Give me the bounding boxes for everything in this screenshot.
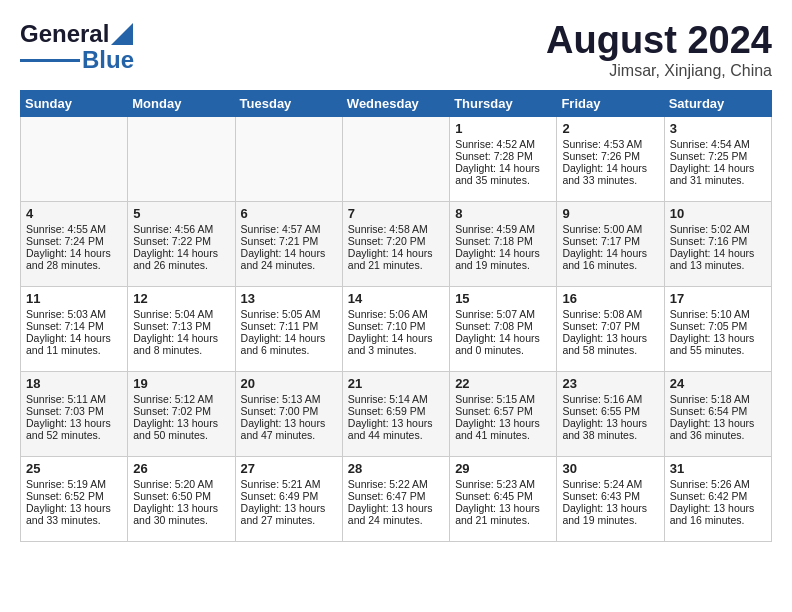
day-info: and 52 minutes.	[26, 429, 122, 441]
day-info: Sunset: 6:57 PM	[455, 405, 551, 417]
calendar-cell	[21, 116, 128, 201]
day-info: Sunrise: 5:06 AM	[348, 308, 444, 320]
day-info: Sunset: 6:59 PM	[348, 405, 444, 417]
day-info: Sunrise: 5:03 AM	[26, 308, 122, 320]
calendar-cell: 12Sunrise: 5:04 AMSunset: 7:13 PMDayligh…	[128, 286, 235, 371]
day-info: Daylight: 14 hours	[455, 332, 551, 344]
day-number: 31	[670, 461, 766, 476]
day-info: Daylight: 13 hours	[133, 417, 229, 429]
day-info: Sunrise: 5:24 AM	[562, 478, 658, 490]
day-info: and 47 minutes.	[241, 429, 337, 441]
header-wednesday: Wednesday	[342, 90, 449, 116]
day-info: Daylight: 14 hours	[26, 332, 122, 344]
calendar-cell: 2Sunrise: 4:53 AMSunset: 7:26 PMDaylight…	[557, 116, 664, 201]
day-info: Sunrise: 4:56 AM	[133, 223, 229, 235]
day-info: and 19 minutes.	[455, 259, 551, 271]
day-number: 28	[348, 461, 444, 476]
calendar-cell: 30Sunrise: 5:24 AMSunset: 6:43 PMDayligh…	[557, 456, 664, 541]
calendar-cell: 9Sunrise: 5:00 AMSunset: 7:17 PMDaylight…	[557, 201, 664, 286]
day-number: 21	[348, 376, 444, 391]
day-info: Sunrise: 5:08 AM	[562, 308, 658, 320]
day-info: Sunrise: 4:53 AM	[562, 138, 658, 150]
svg-marker-0	[111, 23, 133, 45]
day-info: and 24 minutes.	[241, 259, 337, 271]
day-info: Daylight: 14 hours	[348, 332, 444, 344]
title-block: August 2024 Jimsar, Xinjiang, China	[546, 20, 772, 80]
day-number: 5	[133, 206, 229, 221]
day-info: Sunrise: 5:19 AM	[26, 478, 122, 490]
logo-general: General	[20, 20, 109, 48]
calendar-cell: 28Sunrise: 5:22 AMSunset: 6:47 PMDayligh…	[342, 456, 449, 541]
day-number: 18	[26, 376, 122, 391]
day-info: Daylight: 13 hours	[670, 332, 766, 344]
day-info: Daylight: 14 hours	[26, 247, 122, 259]
week-row-3: 11Sunrise: 5:03 AMSunset: 7:14 PMDayligh…	[21, 286, 772, 371]
day-info: Sunrise: 5:15 AM	[455, 393, 551, 405]
day-number: 22	[455, 376, 551, 391]
calendar-cell: 21Sunrise: 5:14 AMSunset: 6:59 PMDayligh…	[342, 371, 449, 456]
day-info: Sunrise: 5:21 AM	[241, 478, 337, 490]
calendar-cell: 24Sunrise: 5:18 AMSunset: 6:54 PMDayligh…	[664, 371, 771, 456]
day-info: Sunrise: 5:14 AM	[348, 393, 444, 405]
header-saturday: Saturday	[664, 90, 771, 116]
calendar-cell: 6Sunrise: 4:57 AMSunset: 7:21 PMDaylight…	[235, 201, 342, 286]
day-info: Sunset: 7:24 PM	[26, 235, 122, 247]
day-info: Daylight: 13 hours	[562, 502, 658, 514]
day-number: 27	[241, 461, 337, 476]
calendar-cell: 1Sunrise: 4:52 AMSunset: 7:28 PMDaylight…	[450, 116, 557, 201]
day-info: Sunrise: 5:18 AM	[670, 393, 766, 405]
day-info: Sunset: 7:21 PM	[241, 235, 337, 247]
calendar-cell: 26Sunrise: 5:20 AMSunset: 6:50 PMDayligh…	[128, 456, 235, 541]
day-info: Daylight: 13 hours	[562, 417, 658, 429]
day-info: Sunrise: 4:58 AM	[348, 223, 444, 235]
day-info: Daylight: 13 hours	[241, 417, 337, 429]
day-number: 6	[241, 206, 337, 221]
day-info: Sunset: 6:54 PM	[670, 405, 766, 417]
day-number: 16	[562, 291, 658, 306]
day-info: Sunrise: 5:04 AM	[133, 308, 229, 320]
day-number: 26	[133, 461, 229, 476]
calendar-cell	[235, 116, 342, 201]
calendar-cell	[342, 116, 449, 201]
calendar-cell: 4Sunrise: 4:55 AMSunset: 7:24 PMDaylight…	[21, 201, 128, 286]
day-info: Sunrise: 4:59 AM	[455, 223, 551, 235]
day-number: 11	[26, 291, 122, 306]
calendar-cell: 25Sunrise: 5:19 AMSunset: 6:52 PMDayligh…	[21, 456, 128, 541]
day-number: 13	[241, 291, 337, 306]
day-info: and 33 minutes.	[562, 174, 658, 186]
day-number: 29	[455, 461, 551, 476]
logo: General Blue	[20, 20, 134, 74]
day-info: and 6 minutes.	[241, 344, 337, 356]
day-info: Daylight: 13 hours	[670, 502, 766, 514]
day-info: Sunset: 7:25 PM	[670, 150, 766, 162]
calendar-cell: 22Sunrise: 5:15 AMSunset: 6:57 PMDayligh…	[450, 371, 557, 456]
day-info: Sunset: 7:22 PM	[133, 235, 229, 247]
day-info: and 33 minutes.	[26, 514, 122, 526]
day-info: Sunrise: 5:13 AM	[241, 393, 337, 405]
calendar-cell: 17Sunrise: 5:10 AMSunset: 7:05 PMDayligh…	[664, 286, 771, 371]
day-info: Sunset: 7:14 PM	[26, 320, 122, 332]
day-info: Sunset: 7:02 PM	[133, 405, 229, 417]
day-info: and 11 minutes.	[26, 344, 122, 356]
day-info: and 35 minutes.	[455, 174, 551, 186]
day-number: 10	[670, 206, 766, 221]
day-info: Sunset: 7:20 PM	[348, 235, 444, 247]
day-number: 30	[562, 461, 658, 476]
week-row-4: 18Sunrise: 5:11 AMSunset: 7:03 PMDayligh…	[21, 371, 772, 456]
day-info: Sunset: 7:05 PM	[670, 320, 766, 332]
day-info: Sunset: 7:16 PM	[670, 235, 766, 247]
logo-icon	[111, 23, 133, 45]
day-info: and 0 minutes.	[455, 344, 551, 356]
day-info: Sunset: 6:42 PM	[670, 490, 766, 502]
header-tuesday: Tuesday	[235, 90, 342, 116]
day-info: Sunrise: 4:52 AM	[455, 138, 551, 150]
day-info: Sunset: 6:43 PM	[562, 490, 658, 502]
calendar-cell: 11Sunrise: 5:03 AMSunset: 7:14 PMDayligh…	[21, 286, 128, 371]
day-info: and 50 minutes.	[133, 429, 229, 441]
calendar-cell: 3Sunrise: 4:54 AMSunset: 7:25 PMDaylight…	[664, 116, 771, 201]
calendar-cell: 29Sunrise: 5:23 AMSunset: 6:45 PMDayligh…	[450, 456, 557, 541]
day-info: and 13 minutes.	[670, 259, 766, 271]
calendar-cell: 8Sunrise: 4:59 AMSunset: 7:18 PMDaylight…	[450, 201, 557, 286]
day-info: and 36 minutes.	[670, 429, 766, 441]
day-number: 14	[348, 291, 444, 306]
